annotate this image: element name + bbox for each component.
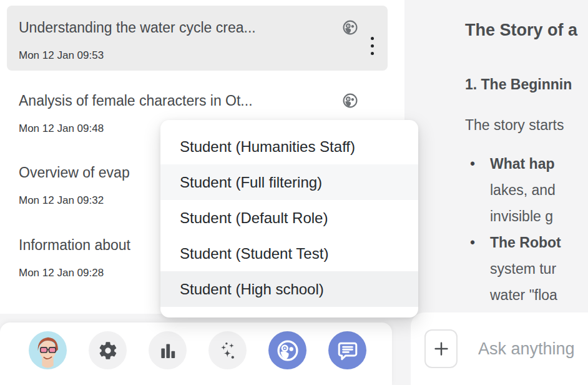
role-option-default-role[interactable]: Student (Default Role): [160, 200, 418, 236]
bullet-marker: •: [470, 229, 475, 256]
chat-bubble-icon[interactable]: [328, 331, 366, 369]
composer-bar: [411, 312, 588, 385]
persona-face-icon: [342, 19, 358, 36]
bullet-line: The Robot: [490, 229, 588, 256]
persona-face-icon[interactable]: [268, 331, 306, 369]
bullet-marker: •: [470, 151, 475, 177]
kebab-menu-icon[interactable]: [368, 33, 376, 58]
bullet-line: system tur: [490, 256, 588, 282]
bullet-line: invisible g: [490, 203, 588, 229]
section-heading: 1. The Beginnin: [465, 76, 588, 93]
role-option-high-school[interactable]: Student (High school): [160, 271, 418, 307]
settings-gear-icon[interactable]: [89, 331, 127, 369]
bullet-line: What hap: [490, 151, 588, 177]
sparkles-icon[interactable]: [208, 331, 247, 369]
app-window: Understanding the water cycle crea... Mo…: [0, 0, 588, 385]
chat-timestamp: Mon 12 Jan 09:53: [19, 49, 375, 62]
intro-paragraph: The story starts: [465, 116, 588, 134]
chat-title: Analysis of female characters in Ot...: [19, 91, 375, 110]
document-title: The Story of a: [465, 19, 588, 41]
role-option-full-filtering[interactable]: Student (Full filtering): [160, 164, 418, 200]
list-item: • What hap lakes, and invisible g: [465, 151, 588, 229]
bullet-list: • What hap lakes, and invisible g • The …: [465, 151, 588, 308]
bottom-toolbar: [0, 322, 392, 385]
list-item: • The Robot system tur water "floa: [465, 229, 588, 308]
attach-plus-button[interactable]: [424, 329, 458, 368]
persona-face-icon: [342, 92, 358, 109]
chat-title: Understanding the water cycle crea...: [19, 18, 375, 37]
role-option-humanities-staff[interactable]: Student (Humanities Staff): [160, 129, 418, 164]
ask-anything-input[interactable]: [478, 339, 588, 359]
bullet-line: water "floa: [490, 282, 588, 308]
role-option-student-test[interactable]: Student (Student Test): [160, 236, 418, 271]
role-dropdown-menu: Student (Humanities Staff) Student (Full…: [160, 120, 418, 318]
chat-history-item[interactable]: Understanding the water cycle crea... Mo…: [7, 6, 388, 71]
bullet-line: lakes, and: [490, 177, 588, 203]
bar-chart-icon[interactable]: [149, 331, 187, 369]
user-avatar[interactable]: [29, 331, 67, 369]
